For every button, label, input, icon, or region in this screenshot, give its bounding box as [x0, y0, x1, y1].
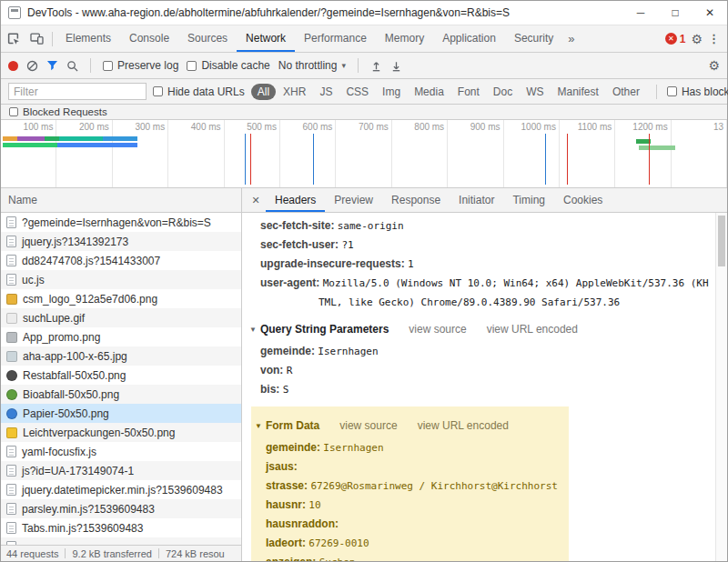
details-tab[interactable]: Headers	[266, 188, 325, 212]
resource-type-filter[interactable]: WS	[520, 84, 550, 100]
view-source-link[interactable]: view source	[339, 419, 397, 432]
header-name: upgrade-insecure-requests	[260, 257, 408, 270]
request-row[interactable]: uc.js	[1, 270, 241, 289]
request-row[interactable]: App_promo.png	[1, 327, 241, 346]
main-menu-icon[interactable]: ⋮	[708, 33, 720, 45]
details-tab[interactable]: Initiator	[450, 188, 503, 212]
clear-button[interactable]	[26, 60, 38, 72]
close-details-icon[interactable]: ✕	[246, 195, 266, 206]
panel-tab[interactable]: Network	[237, 25, 295, 52]
details-tab[interactable]: Response	[382, 188, 450, 212]
request-row[interactable]: Restabfall-50x50.png	[1, 366, 241, 385]
settings-gear-icon[interactable]: ⚙	[691, 33, 703, 45]
filter-toggle-button[interactable]	[46, 60, 58, 71]
resource-type-filter[interactable]: Doc	[487, 84, 519, 100]
request-name: js?id=UA-173149074-1	[22, 465, 134, 477]
disclosure-triangle-icon[interactable]: ▼	[249, 326, 257, 334]
record-button[interactable]	[8, 61, 18, 71]
disable-cache-checkbox[interactable]: Disable cache	[187, 59, 269, 72]
request-name: ?gemeinde=Isernhagen&von=R&bis=S	[22, 216, 211, 229]
resource-type-filter[interactable]: Other	[606, 84, 646, 100]
request-row[interactable]: aha-app-100-x-65.jpg	[1, 346, 241, 366]
request-row[interactable]: csm_logo_912a5e7d06.png	[1, 289, 241, 308]
details-tab[interactable]: Cookies	[554, 188, 612, 212]
throttling-select[interactable]: No throttling ▾	[278, 59, 346, 72]
maximize-button[interactable]: □	[658, 1, 693, 25]
resource-icon	[6, 541, 16, 545]
close-button[interactable]: ✕	[693, 1, 727, 25]
header-name: sec-fetch-site	[260, 219, 338, 232]
request-row[interactable]: parsley.min.js?1539609483	[1, 499, 241, 518]
resource-icon	[6, 446, 16, 457]
resource-type-filter[interactable]: Media	[408, 84, 450, 100]
details-tab[interactable]: Timing	[503, 188, 554, 212]
hide-data-urls-checkbox[interactable]: Hide data URLs	[153, 85, 245, 98]
error-badge[interactable]: ✕ 1	[665, 33, 686, 45]
export-har-button[interactable]	[390, 60, 402, 72]
panel-tab[interactable]: Application	[433, 25, 505, 52]
network-settings-gear-icon[interactable]: ⚙	[708, 59, 720, 72]
scrollbar-thumb[interactable]	[718, 216, 725, 266]
checkbox-box	[103, 61, 113, 71]
divider	[65, 548, 66, 558]
resource-icon	[6, 370, 17, 381]
request-row[interactable]: jquery.datetimepicker.min.js?1539609483	[1, 480, 241, 499]
panel-tab[interactable]: Security	[505, 25, 562, 52]
search-icon	[66, 60, 78, 72]
has-blocked-cookies-checkbox[interactable]: Has blocked cookies	[667, 85, 728, 98]
inspect-element-button[interactable]	[1, 27, 25, 51]
section-title[interactable]: Form Data	[266, 419, 319, 432]
disclosure-triangle-icon[interactable]: ▼	[255, 422, 262, 430]
divider	[358, 58, 359, 73]
resource-type-filter[interactable]: JS	[313, 84, 339, 100]
view-url-encoded-link[interactable]: view URL encoded	[487, 323, 578, 336]
request-row[interactable]: yaml-focusfix.js	[1, 442, 241, 461]
name-column-header[interactable]: Name	[1, 188, 241, 213]
panel-tab[interactable]: Console	[120, 25, 178, 52]
throttling-value: No throttling	[278, 59, 338, 72]
details-tab[interactable]: Preview	[325, 188, 382, 212]
panel-tab[interactable]: Elements	[56, 25, 120, 52]
view-url-encoded-link[interactable]: view URL encoded	[418, 419, 509, 432]
chevron-down-icon: ▾	[341, 61, 346, 70]
panel-tab[interactable]: Sources	[178, 25, 237, 52]
request-name: Leichtverpackungen-50x50.png	[23, 427, 175, 439]
request-row[interactable]: dd82474708.js?1541433007	[1, 251, 241, 270]
request-row[interactable]: Tabs.min.js?1539609483	[1, 518, 241, 537]
resource-type-filter[interactable]: Font	[451, 84, 486, 100]
section-title[interactable]: Query String Parameters	[260, 323, 389, 336]
search-button[interactable]	[66, 60, 78, 72]
upload-icon	[370, 60, 382, 72]
filter-input[interactable]	[8, 83, 147, 100]
minimize-button[interactable]: ─	[623, 1, 658, 25]
request-row[interactable]: Papier-50x50.png	[1, 404, 241, 423]
request-row[interactable]: jquery.js?1341392173	[1, 232, 241, 251]
resource-type-filter[interactable]: Img	[376, 84, 407, 100]
resource-type-filter[interactable]: Manifest	[551, 84, 605, 100]
panel-tab[interactable]: Performance	[295, 25, 376, 52]
blocked-requests-checkbox[interactable]: Blocked Requests	[9, 106, 107, 117]
resource-type-filter[interactable]: XHR	[277, 84, 312, 100]
request-row[interactable]: Bioabfall-50x50.png	[1, 385, 241, 404]
preserve-log-checkbox[interactable]: Preserve log	[103, 59, 178, 72]
details-scrollbar[interactable]	[715, 213, 727, 561]
checkbox-box	[187, 61, 197, 71]
more-tabs-button[interactable]: »	[562, 32, 580, 45]
request-row[interactable]: js?id=UA-173149074-1	[1, 461, 241, 480]
param-line: bisS	[260, 380, 709, 399]
request-row[interactable]: suchLupe.gif	[1, 308, 241, 327]
request-row[interactable]: ?gemeinde=Isernhagen&von=R&bis=S	[1, 213, 241, 232]
request-row[interactable]: Leichtverpackungen-50x50.png	[1, 423, 241, 442]
preserve-log-label: Preserve log	[117, 59, 178, 72]
view-source-link[interactable]: view source	[409, 323, 466, 336]
request-name: suchLupe.gif	[23, 312, 85, 325]
resource-icon	[6, 294, 17, 305]
timeline-overview[interactable]: 100 ms 200 ms 300 ms 400 ms 500 ms 600 m…	[1, 120, 727, 188]
resource-type-filter[interactable]: All	[251, 84, 276, 100]
device-toolbar-button[interactable]	[25, 27, 48, 51]
request-row[interactable]	[1, 537, 241, 545]
import-har-button[interactable]	[370, 60, 382, 72]
resource-type-filter[interactable]: CSS	[339, 84, 375, 100]
request-name: uc.js	[22, 274, 45, 286]
panel-tab[interactable]: Memory	[376, 25, 433, 52]
